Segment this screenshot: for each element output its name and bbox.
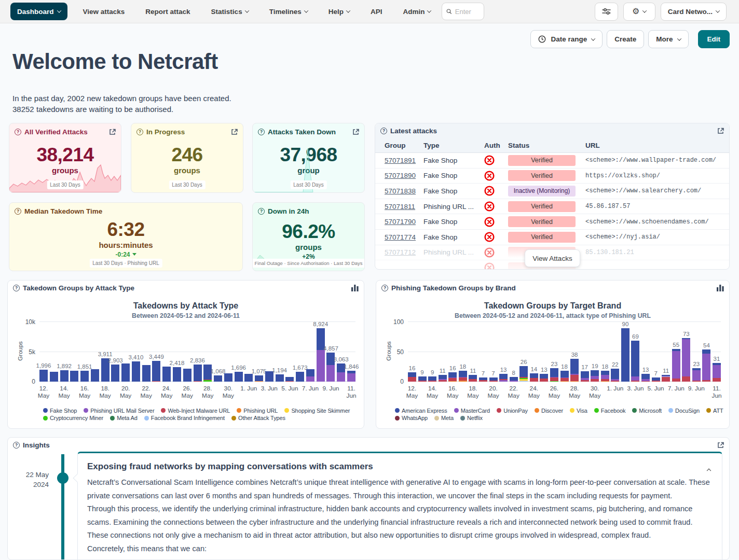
chart-bar[interactable] xyxy=(408,372,416,382)
auth-denied-icon[interactable] xyxy=(484,171,508,181)
chart-bar[interactable] xyxy=(235,372,243,382)
bar-chart-icon[interactable] xyxy=(351,285,359,291)
chart-bar[interactable] xyxy=(530,373,538,382)
help-icon[interactable] xyxy=(381,285,388,291)
help-icon[interactable] xyxy=(13,285,20,291)
chart-bar[interactable] xyxy=(296,372,304,382)
chart-bar[interactable] xyxy=(692,368,701,382)
auth-denied-icon[interactable] xyxy=(484,232,508,242)
legend-item-netflix[interactable]: Netflix xyxy=(460,415,483,422)
nav-item-help[interactable]: Help xyxy=(329,8,350,16)
legend-item-fake-shop[interactable]: Fake Shop xyxy=(43,407,77,414)
chart-bar[interactable] xyxy=(560,371,569,382)
search-box[interactable] xyxy=(442,3,484,20)
more-button[interactable]: More xyxy=(648,30,688,48)
legend-item-phishing-url-mail-server[interactable]: Phishing URL Mail Server xyxy=(84,407,154,414)
auth-denied-icon[interactable] xyxy=(484,186,508,196)
chart-bar[interactable] xyxy=(285,377,294,382)
chart-bar[interactable] xyxy=(142,365,150,382)
chart-bar[interactable] xyxy=(173,367,181,382)
chart-bar[interactable] xyxy=(121,363,130,382)
legend-item-docusign[interactable]: DocuSign xyxy=(668,407,700,414)
legend-item-cryptocurrency-miner[interactable]: Cryptocurrency Miner xyxy=(43,415,103,422)
chart-bar[interactable] xyxy=(70,371,78,382)
chart-bar[interactable] xyxy=(652,377,660,382)
chart-bar[interactable] xyxy=(540,374,548,382)
legend-item-facebook-brand-infringement[interactable]: Facebook Brand Infringement xyxy=(144,415,225,422)
legend-item-web-inject-malware-url[interactable]: Web-Inject Malware URL xyxy=(161,407,230,414)
legend-item-att[interactable]: ATT xyxy=(706,407,723,414)
chart-bar[interactable] xyxy=(448,372,457,382)
card-network-dropdown[interactable]: Card Netwo... xyxy=(661,3,727,21)
nav-item-admin[interactable]: Admin xyxy=(403,8,431,16)
help-icon[interactable] xyxy=(13,442,20,449)
chart-bar[interactable] xyxy=(662,375,670,382)
chart-bar[interactable] xyxy=(591,370,599,382)
legend-item-discover[interactable]: Discover xyxy=(535,407,563,414)
legend-item-visa[interactable]: Visa xyxy=(570,407,587,414)
legend-item-microsoft[interactable]: Microsoft xyxy=(632,407,662,414)
nav-item-view-attacks[interactable]: View attacks xyxy=(83,8,125,16)
bar-chart-icon[interactable] xyxy=(717,285,724,291)
chart-bar[interactable] xyxy=(459,371,467,382)
chart-bar[interactable] xyxy=(631,341,639,382)
chart-bar[interactable] xyxy=(60,370,69,382)
help-icon[interactable] xyxy=(258,208,265,215)
chart-bar[interactable] xyxy=(702,349,710,382)
search-input[interactable] xyxy=(455,8,480,16)
group-link[interactable]: 57071811 xyxy=(385,203,415,211)
chart-bar[interactable] xyxy=(132,361,140,382)
legend-item-meta[interactable]: Meta xyxy=(434,415,454,422)
chart-bar[interactable] xyxy=(194,365,202,382)
external-link-icon[interactable] xyxy=(109,128,116,137)
chart-bar[interactable] xyxy=(152,361,160,382)
chart-bar[interactable] xyxy=(621,328,629,382)
date-range-button[interactable]: Date range xyxy=(530,30,603,48)
chart-bar[interactable] xyxy=(550,368,558,382)
group-link[interactable]: 57071890 xyxy=(385,172,416,179)
chart-bar[interactable] xyxy=(489,377,498,382)
chart-bar[interactable] xyxy=(570,359,579,382)
group-link[interactable]: 57071712 xyxy=(385,248,416,256)
legend-item-facebook[interactable]: Facebook xyxy=(594,407,626,414)
chart-bar[interactable] xyxy=(50,372,58,382)
settings-button[interactable]: ⚙ xyxy=(623,3,655,21)
legend-item-meta-ad[interactable]: Meta Ad xyxy=(110,415,138,422)
auth-denied-icon[interactable] xyxy=(484,247,508,258)
chart-bar[interactable] xyxy=(439,375,447,382)
auth-denied-icon[interactable] xyxy=(484,262,508,270)
chart-bar[interactable] xyxy=(418,376,427,382)
group-link[interactable]: 57071891 xyxy=(385,157,416,164)
chart-bar[interactable] xyxy=(713,363,721,382)
chart-bar[interactable] xyxy=(183,369,191,382)
legend-item-shopping-site-skimmer[interactable]: Shopping Site Skimmer xyxy=(284,407,350,414)
chart-bar[interactable] xyxy=(469,375,477,382)
auth-denied-icon[interactable] xyxy=(484,201,508,212)
chart-bar[interactable] xyxy=(255,375,263,382)
chart-bar[interactable] xyxy=(682,338,690,382)
chart-bar[interactable] xyxy=(347,371,355,382)
chart-bar[interactable] xyxy=(428,376,436,382)
legend-item-whatsapp[interactable]: WhatsApp xyxy=(395,415,428,422)
legend-item-unionpay[interactable]: UnionPay xyxy=(497,407,528,414)
group-link[interactable]: 57071790 xyxy=(385,218,416,226)
edit-button[interactable]: Edit xyxy=(698,30,730,48)
nav-item-statistics[interactable]: Statistics xyxy=(211,8,249,16)
filters-button[interactable] xyxy=(595,3,618,21)
legend-item-phishing-url[interactable]: Phishing URL xyxy=(237,407,278,414)
external-link-icon[interactable] xyxy=(231,128,238,137)
legend-item-mastercard[interactable]: MasterCard xyxy=(454,407,490,414)
chart-bar[interactable] xyxy=(111,365,119,382)
group-link[interactable]: 57071838 xyxy=(385,187,416,195)
help-icon[interactable] xyxy=(15,129,21,135)
nav-dashboard-button[interactable]: Dashboard xyxy=(10,3,67,20)
chart-bar[interactable] xyxy=(276,374,284,382)
create-button[interactable]: Create xyxy=(607,30,644,48)
legend-item-other-attack-types[interactable]: Other Attack Types xyxy=(231,415,285,422)
chart-bar[interactable] xyxy=(91,369,99,382)
chart-bar[interactable] xyxy=(224,373,232,382)
nav-item-api[interactable]: API xyxy=(371,8,382,16)
chart-bar[interactable] xyxy=(214,375,222,382)
external-link-icon[interactable] xyxy=(717,442,724,449)
auth-denied-icon[interactable] xyxy=(484,217,508,227)
